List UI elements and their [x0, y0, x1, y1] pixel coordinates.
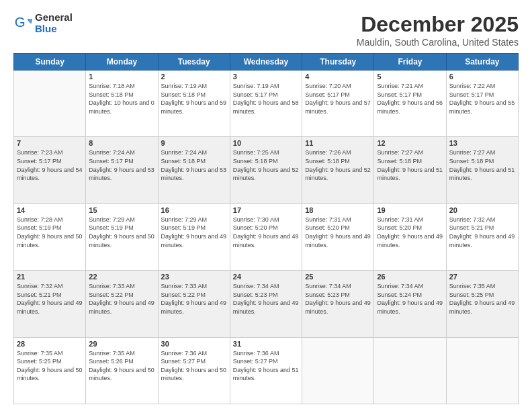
day-number: 22	[89, 273, 154, 281]
calendar-cell: 28Sunrise: 7:35 AMSunset: 5:25 PMDayligh…	[14, 337, 86, 404]
col-header-saturday: Saturday	[446, 54, 518, 71]
day-info: Sunrise: 7:29 AMSunset: 5:19 PMDaylight:…	[89, 216, 154, 249]
day-info: Sunrise: 7:20 AMSunset: 5:17 PMDaylight:…	[305, 82, 371, 116]
day-number: 23	[161, 273, 227, 281]
calendar-cell: 3Sunrise: 7:19 AMSunset: 5:17 PMDaylight…	[230, 71, 302, 137]
logo: G General Blue	[13, 12, 73, 34]
day-info: Sunrise: 7:24 AMSunset: 5:17 PMDaylight:…	[89, 148, 154, 182]
day-info: Sunrise: 7:27 AMSunset: 5:18 PMDaylight:…	[377, 148, 443, 182]
day-number: 10	[233, 139, 299, 147]
calendar-week-row: 21Sunrise: 7:32 AMSunset: 5:21 PMDayligh…	[14, 271, 519, 337]
calendar-cell: 2Sunrise: 7:19 AMSunset: 5:18 PMDaylight…	[158, 71, 230, 137]
calendar-cell: 12Sunrise: 7:27 AMSunset: 5:18 PMDayligh…	[374, 137, 446, 203]
day-info: Sunrise: 7:24 AMSunset: 5:18 PMDaylight:…	[161, 148, 227, 182]
calendar-cell: 17Sunrise: 7:30 AMSunset: 5:20 PMDayligh…	[230, 203, 302, 270]
day-info: Sunrise: 7:35 AMSunset: 5:26 PMDaylight:…	[89, 349, 154, 383]
day-number: 27	[449, 273, 515, 281]
calendar-cell: 13Sunrise: 7:27 AMSunset: 5:18 PMDayligh…	[446, 137, 518, 203]
day-number: 20	[449, 206, 515, 214]
day-number: 12	[377, 139, 443, 147]
calendar-cell: 24Sunrise: 7:34 AMSunset: 5:23 PMDayligh…	[230, 271, 302, 337]
day-number: 14	[17, 206, 83, 214]
col-header-monday: Monday	[86, 54, 158, 71]
header: G General Blue December 2025 Mauldin, So…	[13, 12, 519, 48]
calendar-cell: 9Sunrise: 7:24 AMSunset: 5:18 PMDaylight…	[158, 137, 230, 203]
col-header-tuesday: Tuesday	[158, 54, 230, 71]
day-info: Sunrise: 7:36 AMSunset: 5:27 PMDaylight:…	[161, 349, 227, 383]
day-info: Sunrise: 7:35 AMSunset: 5:25 PMDaylight:…	[17, 349, 83, 383]
day-number: 17	[233, 206, 299, 214]
calendar-cell: 11Sunrise: 7:26 AMSunset: 5:18 PMDayligh…	[302, 137, 374, 203]
col-header-sunday: Sunday	[14, 54, 86, 71]
calendar-cell: 5Sunrise: 7:21 AMSunset: 5:17 PMDaylight…	[374, 71, 446, 137]
day-info: Sunrise: 7:34 AMSunset: 5:23 PMDaylight:…	[233, 282, 299, 316]
day-info: Sunrise: 7:32 AMSunset: 5:21 PMDaylight:…	[17, 282, 83, 316]
calendar-week-row: 1Sunrise: 7:18 AMSunset: 5:18 PMDaylight…	[14, 71, 519, 137]
day-number: 2	[161, 73, 227, 81]
day-info: Sunrise: 7:28 AMSunset: 5:19 PMDaylight:…	[17, 216, 83, 249]
col-header-friday: Friday	[374, 54, 446, 71]
day-info: Sunrise: 7:31 AMSunset: 5:20 PMDaylight:…	[377, 216, 443, 249]
day-info: Sunrise: 7:22 AMSunset: 5:17 PMDaylight:…	[449, 82, 515, 116]
day-number: 6	[449, 73, 515, 81]
calendar-cell: 20Sunrise: 7:32 AMSunset: 5:21 PMDayligh…	[446, 203, 518, 270]
calendar-cell: 15Sunrise: 7:29 AMSunset: 5:19 PMDayligh…	[86, 203, 158, 270]
logo-blue: Blue	[35, 24, 73, 35]
logo-text: General Blue	[35, 12, 73, 34]
calendar-cell: 18Sunrise: 7:31 AMSunset: 5:20 PMDayligh…	[302, 203, 374, 270]
day-number: 4	[305, 73, 371, 81]
calendar-week-row: 28Sunrise: 7:35 AMSunset: 5:25 PMDayligh…	[14, 337, 519, 404]
svg-marker-2	[28, 17, 32, 24]
month-title: December 2025	[357, 12, 519, 37]
day-number: 8	[89, 139, 154, 147]
col-header-wednesday: Wednesday	[230, 54, 302, 71]
calendar-cell: 26Sunrise: 7:34 AMSunset: 5:24 PMDayligh…	[374, 271, 446, 337]
day-info: Sunrise: 7:23 AMSunset: 5:17 PMDaylight:…	[17, 148, 83, 182]
day-info: Sunrise: 7:30 AMSunset: 5:20 PMDaylight:…	[233, 216, 299, 249]
day-number: 1	[89, 73, 154, 81]
day-number: 9	[161, 139, 227, 147]
day-number: 13	[449, 139, 515, 147]
day-number: 28	[17, 340, 83, 348]
day-number: 30	[161, 340, 227, 348]
title-block: December 2025 Mauldin, South Carolina, U…	[357, 12, 519, 48]
day-info: Sunrise: 7:19 AMSunset: 5:17 PMDaylight:…	[233, 82, 299, 116]
calendar-table: SundayMondayTuesdayWednesdayThursdayFrid…	[13, 53, 519, 404]
day-number: 21	[17, 273, 83, 281]
calendar-cell: 19Sunrise: 7:31 AMSunset: 5:20 PMDayligh…	[374, 203, 446, 270]
day-info: Sunrise: 7:34 AMSunset: 5:24 PMDaylight:…	[377, 282, 443, 316]
calendar-cell: 7Sunrise: 7:23 AMSunset: 5:17 PMDaylight…	[14, 137, 86, 203]
calendar-header-row: SundayMondayTuesdayWednesdayThursdayFrid…	[14, 54, 519, 71]
day-number: 26	[377, 273, 443, 281]
day-info: Sunrise: 7:32 AMSunset: 5:21 PMDaylight:…	[449, 216, 515, 249]
calendar-cell: 1Sunrise: 7:18 AMSunset: 5:18 PMDaylight…	[86, 71, 158, 137]
day-info: Sunrise: 7:36 AMSunset: 5:27 PMDaylight:…	[233, 349, 299, 383]
calendar-week-row: 7Sunrise: 7:23 AMSunset: 5:17 PMDaylight…	[14, 137, 519, 203]
calendar-cell: 8Sunrise: 7:24 AMSunset: 5:17 PMDaylight…	[86, 137, 158, 203]
day-info: Sunrise: 7:18 AMSunset: 5:18 PMDaylight:…	[89, 82, 154, 116]
day-number: 19	[377, 206, 443, 214]
calendar-cell: 25Sunrise: 7:34 AMSunset: 5:23 PMDayligh…	[302, 271, 374, 337]
calendar-cell: 23Sunrise: 7:33 AMSunset: 5:22 PMDayligh…	[158, 271, 230, 337]
calendar-cell: 14Sunrise: 7:28 AMSunset: 5:19 PMDayligh…	[14, 203, 86, 270]
location: Mauldin, South Carolina, United States	[357, 37, 519, 48]
calendar-cell	[302, 337, 374, 404]
day-number: 3	[233, 73, 299, 81]
calendar-page: G General Blue December 2025 Mauldin, So…	[0, 0, 532, 411]
day-info: Sunrise: 7:35 AMSunset: 5:25 PMDaylight:…	[449, 282, 515, 316]
calendar-cell: 30Sunrise: 7:36 AMSunset: 5:27 PMDayligh…	[158, 337, 230, 404]
calendar-cell: 22Sunrise: 7:33 AMSunset: 5:22 PMDayligh…	[86, 271, 158, 337]
day-info: Sunrise: 7:33 AMSunset: 5:22 PMDaylight:…	[161, 282, 227, 316]
day-info: Sunrise: 7:27 AMSunset: 5:18 PMDaylight:…	[449, 148, 515, 182]
calendar-cell: 16Sunrise: 7:29 AMSunset: 5:19 PMDayligh…	[158, 203, 230, 270]
day-info: Sunrise: 7:33 AMSunset: 5:22 PMDaylight:…	[89, 282, 154, 316]
calendar-cell: 27Sunrise: 7:35 AMSunset: 5:25 PMDayligh…	[446, 271, 518, 337]
calendar-cell: 6Sunrise: 7:22 AMSunset: 5:17 PMDaylight…	[446, 71, 518, 137]
calendar-cell: 10Sunrise: 7:25 AMSunset: 5:18 PMDayligh…	[230, 137, 302, 203]
day-number: 31	[233, 340, 299, 348]
day-info: Sunrise: 7:29 AMSunset: 5:19 PMDaylight:…	[161, 216, 227, 249]
day-number: 24	[233, 273, 299, 281]
day-number: 25	[305, 273, 371, 281]
logo-general: General	[35, 12, 73, 24]
calendar-cell	[374, 337, 446, 404]
